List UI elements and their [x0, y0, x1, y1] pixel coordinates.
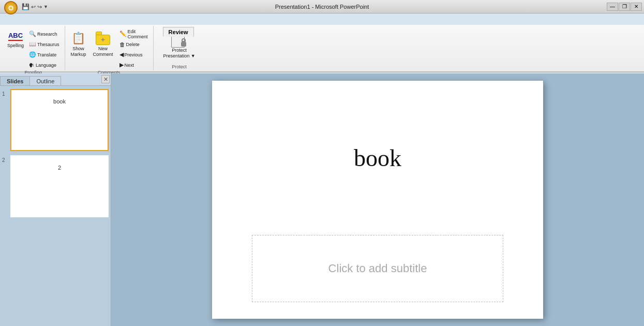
slide-1-title: book — [53, 98, 66, 105]
slide-num-2: 2 — [2, 155, 8, 163]
spelling-button[interactable]: ABC Spelling — [5, 28, 26, 61]
office-logo: O — [8, 4, 13, 12]
quick-access-toolbar: 💾 ↩ ↪ ▼ — [22, 1, 48, 12]
protect-label: Protect — [172, 64, 187, 70]
translate-label: Translate — [37, 52, 56, 57]
new-comment-label: NewComment — [93, 46, 113, 57]
slides-list: 1 book 2 2 — [0, 86, 111, 326]
quick-access-more[interactable]: ▼ — [43, 4, 48, 9]
show-markup-label: ShowMarkup — [71, 46, 86, 57]
edit-comment-icon: ✏️ — [119, 31, 127, 37]
slides-panel-tabs: Slides Outline ✕ — [0, 73, 111, 86]
slide-thumbnail-2[interactable]: 2 2 — [2, 155, 109, 217]
edit-comment-button[interactable]: ✏️ EditComment — [117, 29, 150, 39]
research-button[interactable]: 🔍 Research — [27, 29, 62, 39]
next-icon: ▶ — [119, 62, 124, 68]
slide-num-1: 1 — [2, 89, 8, 97]
new-comment-icon: + — [96, 32, 110, 45]
new-comment-button[interactable]: + NewComment — [91, 28, 116, 61]
translate-icon: 🌐 — [29, 51, 36, 58]
delete-icon: 🗑 — [119, 41, 125, 48]
title-bar: O 💾 ↩ ↪ ▼ Presentation1 - Microsoft Powe… — [0, 0, 644, 13]
ribbon-group-proofing: ABC Spelling 🔍 Research 📖 Thesaurus 🌐 Tr… — [2, 26, 65, 70]
delete-button[interactable]: 🗑 Delete — [117, 39, 150, 49]
language-label: Language — [36, 63, 56, 68]
window-title: Presentation1 - Microsoft PowerPoint — [275, 4, 369, 10]
tab-outline[interactable]: Outline — [30, 76, 61, 85]
spelling-icon: ABC — [8, 32, 23, 41]
panel-close-button[interactable]: ✕ — [101, 75, 110, 83]
translate-button[interactable]: 🌐 Translate — [27, 50, 62, 60]
thesaurus-button[interactable]: 📖 Thesaurus — [27, 39, 62, 49]
slides-panel: Slides Outline ✕ 1 book 2 2 — [0, 73, 111, 326]
slide-thumbnail-1[interactable]: 1 book — [2, 89, 109, 151]
next-button[interactable]: ▶ Next — [117, 60, 150, 70]
minimize-button[interactable]: — — [607, 3, 618, 11]
canvas-area: book Click to add subtitle — [111, 73, 644, 326]
main-area: Slides Outline ✕ 1 book 2 2 — [0, 73, 644, 326]
slide-subtitle-area[interactable]: Click to add subtitle — [252, 235, 503, 302]
thesaurus-label: Thesaurus — [37, 42, 59, 47]
delete-label: Delete — [126, 42, 140, 47]
edit-comment-label: EditComment — [128, 29, 148, 39]
next-label: Next — [125, 63, 134, 68]
thesaurus-icon: 📖 — [29, 41, 36, 48]
show-markup-icon: 📋 — [71, 32, 85, 45]
office-button[interactable]: O — [4, 1, 18, 14]
slide-canvas[interactable]: book Click to add subtitle — [212, 81, 543, 319]
language-icon: 🗣 — [29, 62, 35, 68]
redo-button[interactable]: ↪ — [37, 4, 42, 10]
protect-presentation-label: ProtectPresentation ▼ — [163, 48, 196, 59]
undo-button[interactable]: ↩ — [31, 4, 36, 10]
slide-preview-1[interactable]: book — [10, 89, 109, 151]
ribbon-group-comments: 📋 ShowMarkup + NewComment ✏️ EditComment — [65, 26, 154, 70]
slide-2-content: 2 — [58, 165, 61, 171]
previous-button[interactable]: ◀ Previous — [117, 50, 150, 60]
tab-review[interactable]: Review — [163, 27, 194, 37]
tab-slides[interactable]: Slides — [0, 76, 30, 85]
spelling-label: Spelling — [7, 43, 24, 48]
language-button[interactable]: 🗣 Language — [27, 60, 62, 70]
slide-title-text: book — [354, 144, 401, 172]
restore-button[interactable]: ❐ — [619, 3, 630, 11]
show-markup-button[interactable]: 📋 ShowMarkup — [68, 28, 89, 61]
slide-title-area[interactable]: book — [212, 81, 543, 235]
research-label: Research — [37, 32, 57, 37]
previous-icon: ◀ — [119, 51, 124, 58]
close-button[interactable]: ✕ — [631, 3, 642, 11]
save-button[interactable]: 💾 — [22, 3, 29, 10]
slide-preview-2[interactable]: 2 — [10, 155, 109, 217]
research-icon: 🔍 — [29, 31, 36, 37]
previous-label: Previous — [125, 52, 143, 57]
slide-subtitle-placeholder: Click to add subtitle — [328, 262, 427, 275]
ribbon-content: ABC Spelling 🔍 Research 📖 Thesaurus 🌐 Tr… — [0, 25, 644, 72]
